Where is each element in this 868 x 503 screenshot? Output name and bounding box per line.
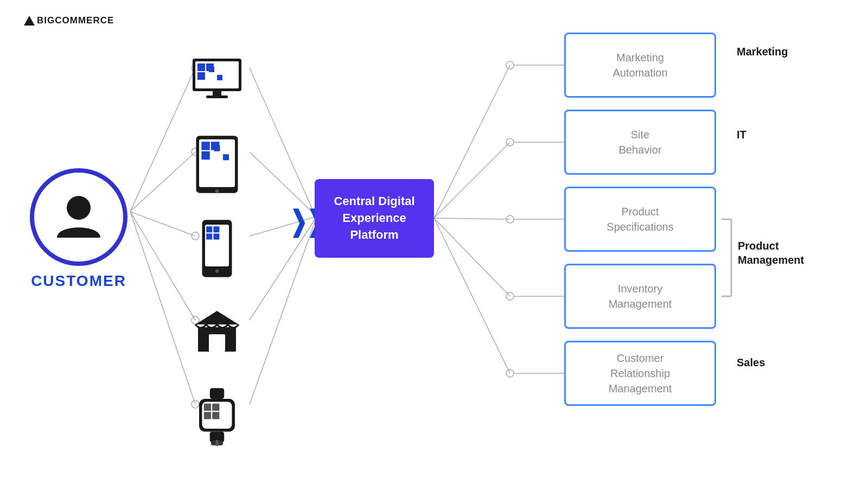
customer-icon xyxy=(52,189,106,245)
svg-rect-39 xyxy=(209,67,214,72)
svg-point-50 xyxy=(215,189,219,193)
box-site-behavior-text: SiteBehavior xyxy=(619,127,662,157)
svg-rect-47 xyxy=(201,151,209,159)
box-crm: CustomerRelationshipManagement xyxy=(564,341,716,406)
device-store xyxy=(184,290,250,374)
platform-text: Central Digital Experience Platform xyxy=(323,193,425,243)
svg-rect-56 xyxy=(213,233,219,239)
box-marketing-automation-text: MarketingAutomation xyxy=(612,50,667,80)
category-it: IT xyxy=(737,128,746,142)
box-product-specifications-text: ProductSpecifications xyxy=(607,204,673,234)
svg-rect-59 xyxy=(209,334,225,352)
box-product-specifications: ProductSpecifications xyxy=(564,187,716,252)
svg-rect-45 xyxy=(201,142,209,150)
svg-line-10 xyxy=(250,68,315,214)
svg-rect-49 xyxy=(223,154,229,160)
svg-line-17 xyxy=(434,218,510,219)
svg-rect-66 xyxy=(212,412,219,419)
svg-point-20 xyxy=(506,61,514,69)
svg-rect-55 xyxy=(206,233,212,239)
box-inventory-management: InventoryManagement xyxy=(564,264,716,329)
category-it-label: IT xyxy=(737,129,746,141)
category-sales: Sales xyxy=(737,355,765,370)
svg-line-18 xyxy=(434,218,510,296)
box-inventory-management-text: InventoryManagement xyxy=(609,281,672,311)
customer-label: CUSTOMER xyxy=(31,272,126,290)
svg-point-24 xyxy=(506,370,514,377)
logo: BIGCOMMERCE xyxy=(24,15,114,26)
device-smartwatch xyxy=(184,374,250,459)
svg-rect-36 xyxy=(197,63,205,71)
logo-text: BIGCOMMERCE xyxy=(37,15,114,26)
svg-line-15 xyxy=(434,65,510,218)
svg-point-23 xyxy=(506,292,514,300)
svg-line-14 xyxy=(250,222,315,404)
logo-icon xyxy=(24,16,35,26)
category-marketing: Marketing xyxy=(737,44,788,59)
svg-rect-42 xyxy=(206,95,228,98)
box-marketing-automation: MarketingAutomation xyxy=(564,33,716,98)
svg-rect-69 xyxy=(216,440,218,445)
svg-rect-38 xyxy=(197,72,205,80)
svg-rect-64 xyxy=(212,403,219,410)
category-product-management-label: ProductManagement xyxy=(738,240,804,266)
svg-rect-60 xyxy=(210,388,224,399)
category-sales-label: Sales xyxy=(737,356,765,368)
device-tablet xyxy=(184,122,250,206)
platform-box: Central Digital Experience Platform xyxy=(315,179,434,258)
device-desktop xyxy=(184,38,250,122)
devices-column xyxy=(184,38,250,459)
customer-circle xyxy=(30,168,127,266)
svg-point-21 xyxy=(506,138,514,146)
box-site-behavior: SiteBehavior xyxy=(564,110,716,175)
category-product-management: ProductManagement xyxy=(738,239,804,267)
svg-line-16 xyxy=(434,142,510,218)
svg-rect-63 xyxy=(204,403,211,410)
svg-rect-54 xyxy=(213,226,219,232)
svg-point-33 xyxy=(67,196,91,220)
svg-point-57 xyxy=(215,269,219,273)
svg-rect-48 xyxy=(214,145,220,151)
customer-container: CUSTOMER xyxy=(30,168,127,290)
svg-line-19 xyxy=(434,218,510,373)
svg-rect-40 xyxy=(217,75,222,80)
category-marketing-label: Marketing xyxy=(737,46,788,58)
svg-point-22 xyxy=(506,215,514,223)
device-mobile xyxy=(184,206,250,290)
svg-rect-65 xyxy=(204,412,211,419)
box-crm-text: CustomerRelationshipManagement xyxy=(609,351,672,396)
svg-rect-41 xyxy=(213,91,221,95)
right-boxes: MarketingAutomation SiteBehavior Product… xyxy=(564,33,716,406)
svg-rect-53 xyxy=(206,226,212,232)
